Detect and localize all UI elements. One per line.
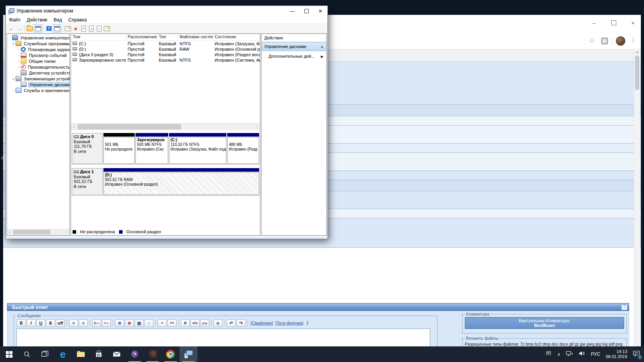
smilies-dialog-icon[interactable]: ☺: [144, 319, 153, 327]
align-center-button[interactable]: ≡: [69, 319, 78, 327]
tree-item-services[interactable]: › Службы и приложения: [7, 87, 69, 93]
tree-item-system-tools[interactable]: ∨ Служебные программы: [7, 41, 69, 46]
code-button[interactable]: #: [181, 319, 190, 327]
partition-unallocated[interactable]: 501 МБНе распределе: [103, 133, 135, 164]
delete-volume-icon[interactable]: ×: [72, 25, 80, 32]
remove-link-icon[interactable]: ⊗: [125, 319, 134, 327]
clock[interactable]: 14:13 08.01.2019: [606, 349, 627, 359]
up-one-level-icon[interactable]: [26, 25, 34, 32]
forward-icon[interactable]: →: [15, 25, 23, 32]
underline-button[interactable]: U: [36, 319, 45, 327]
export-list-icon[interactable]: [64, 25, 72, 32]
tree-item-event-viewer[interactable]: › Просмотр событий: [7, 52, 69, 58]
collapse-icon[interactable]: ⌃⌃: [621, 305, 627, 310]
menu-view[interactable]: Вид: [50, 17, 65, 23]
show-console-tree-icon[interactable]: [34, 24, 42, 33]
quote-selected-button[interactable]: +=: [167, 319, 176, 327]
cm-titlebar[interactable]: Управление компьютером — ✕: [6, 6, 327, 16]
bold-button[interactable]: B: [17, 319, 26, 327]
taskbar-chrome-button[interactable]: [162, 346, 180, 362]
menu-file[interactable]: Файл: [6, 17, 24, 23]
undo-icon[interactable]: ↶: [227, 319, 236, 327]
hidden-icons-chevron[interactable]: ∧: [557, 352, 560, 357]
taskbar-explorer-button[interactable]: [72, 346, 90, 362]
help-icon[interactable]: ?: [45, 25, 53, 32]
scroll-up-icon[interactable]: ▲: [634, 50, 640, 55]
col-volume[interactable]: Том: [71, 34, 126, 41]
col-filesystem[interactable]: Файловая система: [178, 34, 213, 41]
browser-maximize-button[interactable]: [606, 15, 621, 30]
cm-minimize-button[interactable]: —: [285, 6, 299, 16]
col-layout[interactable]: Расположение: [126, 34, 157, 41]
resize-spinner-icon[interactable]: ▴▾: [307, 321, 308, 325]
php-button[interactable]: php: [200, 319, 209, 327]
tree-item-computer-management[interactable]: Управление компьютером (л: [7, 35, 69, 41]
quote-button[interactable]: +: [158, 319, 167, 327]
back-icon[interactable]: ←: [7, 25, 15, 32]
scrollbar-thumb[interactable]: [635, 56, 639, 90]
virtual-keyboard-button[interactable]: Виртуальная Клавиатура: Вкл/Выкл: [465, 317, 624, 329]
volume-row-system-reserved[interactable]: Зарезервировано системой ПростойБазовый …: [71, 57, 260, 63]
partition-recovery[interactable]: 488 МБИсправен (Разд: [227, 133, 259, 164]
italic-button[interactable]: I: [27, 319, 36, 327]
action-more-actions[interactable]: Дополнительные дей...▶: [262, 52, 326, 60]
taskbar-viber-button[interactable]: [126, 346, 144, 362]
browser-close-button[interactable]: ×: [625, 15, 641, 30]
col-status[interactable]: Состояние: [213, 34, 260, 41]
cm-close-button[interactable]: ✕: [313, 6, 327, 16]
start-button[interactable]: [0, 346, 18, 362]
people-icon[interactable]: [545, 350, 552, 358]
partition-system-reserved[interactable]: Зарезервиров500 МБ NTFSИсправен (Сис: [135, 133, 168, 164]
insert-image-icon[interactable]: ▦: [135, 319, 144, 327]
unordered-list-button[interactable]: •—: [102, 319, 111, 327]
properties-icon[interactable]: [103, 25, 111, 32]
taskbar-store-button[interactable]: [90, 346, 108, 362]
taskbar-computer-management-button[interactable]: [180, 346, 197, 362]
action-disk-management[interactable]: Управление дисками▲: [262, 42, 326, 51]
volume-row-d[interactable]: (D:) ПростойБазовый RAWИсправен (Основно…: [71, 46, 260, 52]
bookmark-star-icon[interactable]: ☆: [589, 37, 595, 45]
check-volume-icon[interactable]: [80, 25, 87, 32]
redo-icon[interactable]: ↷: [237, 319, 246, 327]
show-action-pane-icon[interactable]: [53, 24, 61, 33]
add-volume-icon[interactable]: [87, 25, 95, 32]
task-view-button[interactable]: [36, 346, 54, 362]
taskbar-game-button[interactable]: [144, 346, 162, 362]
partition-d[interactable]: (D:)931,51 ГБ RAWИсправен (Основной разд…: [103, 168, 259, 195]
volume-row-partition3[interactable]: (Диск 0 раздел 3) ПростойБазовый Исправе…: [71, 52, 260, 57]
browser-minimize-button[interactable]: –: [586, 15, 602, 30]
tree-item-task-scheduler[interactable]: › Планировщик заданий: [7, 46, 69, 52]
volume-speaker-icon[interactable]: [578, 350, 585, 358]
menu-help[interactable]: Справка: [65, 17, 90, 23]
insert-link-icon[interactable]: ⊕: [115, 319, 124, 327]
disk-1-label[interactable]: Диск 1 Базовый 931,51 ГБ В сети: [72, 168, 103, 195]
language-indicator[interactable]: РУС: [591, 351, 600, 357]
extension-icon[interactable]: [601, 37, 608, 44]
profile-avatar[interactable]: [616, 36, 625, 46]
browser-menu-icon[interactable]: ⋮: [630, 36, 636, 44]
taskbar-edge-button[interactable]: e: [54, 346, 72, 362]
attach-icon[interactable]: ∪: [213, 319, 222, 327]
taskbar-mail-button[interactable]: [108, 346, 126, 362]
expand-caret-icon[interactable]: ▶: [321, 53, 324, 61]
browser-scrollbar[interactable]: ▲ ▼: [634, 50, 640, 346]
volume-row-c[interactable]: (C:) ПростойБазовый NTFSИсправен (Загруз…: [71, 41, 260, 46]
tree-item-shared-folders[interactable]: › Общие папки: [7, 58, 69, 64]
html-button[interactable]: <>: [190, 319, 199, 327]
collapse-caret-icon[interactable]: ▲: [320, 43, 324, 51]
message-textarea[interactable]: [16, 328, 430, 346]
bbcode-off-button[interactable]: off: [56, 319, 65, 327]
tree-horizontal-scrollbar[interactable]: ‹›: [7, 229, 69, 235]
tree-item-performance[interactable]: › Производительность: [7, 64, 69, 70]
tree-item-disk-management[interactable]: Управление дисками: [7, 82, 69, 87]
action-center-button[interactable]: 1: [633, 350, 640, 358]
menu-action[interactable]: Действие: [24, 17, 51, 23]
ordered-list-button[interactable]: 1—: [92, 319, 101, 327]
cm-maximize-button[interactable]: [299, 6, 313, 16]
smilies-link[interactable]: [Смайлики]: [251, 321, 273, 325]
tree-item-device-manager[interactable]: Диспетчер устройств: [7, 70, 69, 76]
disk-0-label[interactable]: Диск 0 Базовый 111,79 ГБ В сети: [72, 133, 103, 164]
forum-tags-link[interactable]: [Теги форума]: [275, 321, 303, 325]
find-icon[interactable]: [95, 25, 103, 32]
tree-item-storage[interactable]: ∨ Запоминающие устройст: [7, 76, 69, 82]
